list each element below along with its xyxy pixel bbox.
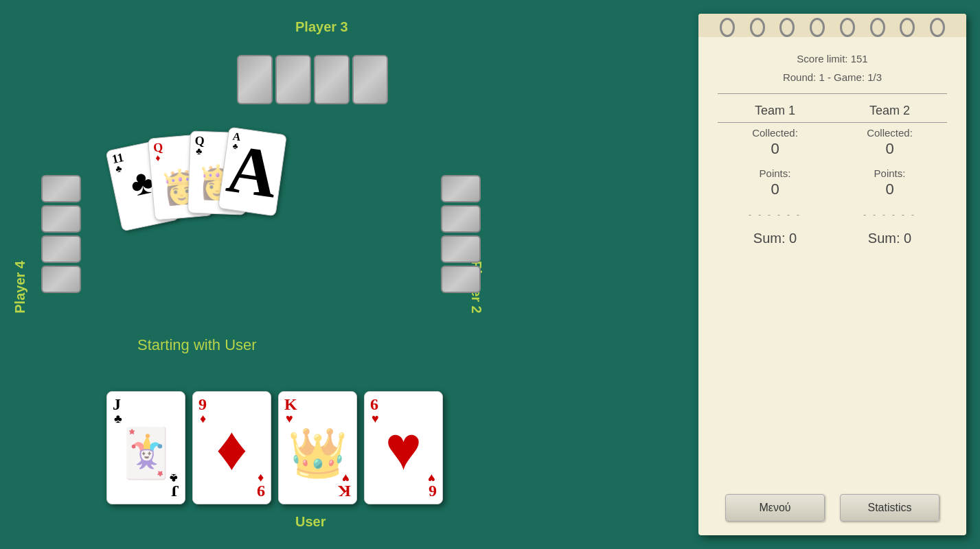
- card-back: [352, 55, 388, 104]
- collected-row: Collected: 0 Collected: 0: [718, 123, 947, 164]
- player3-label: Player 3: [295, 19, 348, 35]
- player3-cards: [237, 55, 388, 104]
- score-table: Team 1 Team 2 Collected: 0 Collected: 0: [718, 100, 947, 250]
- spiral-ring: [870, 18, 885, 37]
- team2-header: Team 2: [832, 100, 947, 123]
- menu-button[interactable]: Μενού: [725, 494, 825, 522]
- points-row: Points: 0 Points: 0: [718, 163, 947, 204]
- player4-label: Player 4: [12, 261, 28, 314]
- team1-header: Team 1: [718, 100, 832, 123]
- spiral-ring: [930, 18, 945, 37]
- user-card-J-clubs[interactable]: J ♣ 🃏 J ♣: [106, 391, 185, 504]
- card-back: [314, 55, 350, 104]
- score-limit: Score limit: 151 Round: 1 - Game: 1/3: [718, 49, 947, 86]
- user-card-K-hearts[interactable]: K ♥ 👑 K ♥: [278, 391, 357, 504]
- card-back: [41, 266, 81, 293]
- card-back: [441, 235, 481, 263]
- game-table: Player 3 Player 4 Player 2 11 ♣ ♣ Q: [0, 0, 673, 549]
- team2-points: Points: 0: [832, 163, 947, 204]
- player1-hand: 11 ♣ ♣ Q ♦ ♦ 👸 Q ♣ 👸 A ♣ A: [113, 130, 292, 309]
- team1-collected: Collected: 0: [718, 123, 832, 164]
- card-back: [441, 205, 481, 233]
- spiral-ring: [779, 18, 795, 37]
- card-back: [441, 175, 481, 202]
- team1-points: Points: 0: [718, 163, 832, 204]
- card-back: [237, 55, 273, 104]
- card-back: [41, 235, 81, 263]
- card-back: [275, 55, 311, 104]
- team1-sum: Sum: 0: [718, 224, 832, 250]
- player2-cards: [441, 175, 481, 293]
- spiral-binding: [698, 14, 966, 37]
- pad-content: Score limit: 151 Round: 1 - Game: 1/3 Te…: [698, 37, 966, 263]
- player4-cards: [41, 175, 81, 293]
- user-card-9-diamonds[interactable]: 9 ♦ ♦ 9 ♦: [192, 391, 271, 504]
- card-back: [41, 175, 81, 202]
- user-card-6-hearts[interactable]: 6 ♥ ♥ 6 ♥: [364, 391, 443, 504]
- team2-sum: Sum: 0: [832, 224, 947, 250]
- spiral-ring: [810, 18, 825, 37]
- spiral-ring: [750, 18, 765, 37]
- team2-collected: Collected: 0: [832, 123, 947, 164]
- card-back: [441, 266, 481, 293]
- pad-buttons: Μενού Statistics: [698, 494, 966, 522]
- score-divider: [718, 93, 947, 94]
- starting-text: Starting with User: [137, 336, 257, 354]
- sum-row: Sum: 0 Sum: 0: [718, 224, 947, 250]
- statistics-button[interactable]: Statistics: [840, 494, 939, 522]
- spiral-ring: [900, 18, 915, 37]
- hand-card-A-clubs: A ♣ A: [218, 127, 287, 217]
- spiral-ring: [720, 18, 735, 37]
- card-back: [41, 205, 81, 233]
- user-hand: J ♣ 🃏 J ♣ 9 ♦ ♦ 9 ♦ K ♥ 👑 K ♥ 6 ♥ ♥ 6 ♥: [106, 391, 443, 504]
- user-label: User: [295, 514, 326, 530]
- scorepad: Score limit: 151 Round: 1 - Game: 1/3 Te…: [698, 14, 966, 535]
- spiral-ring: [840, 18, 855, 37]
- dashes-row: - - - - - - - - - - - -: [718, 204, 947, 224]
